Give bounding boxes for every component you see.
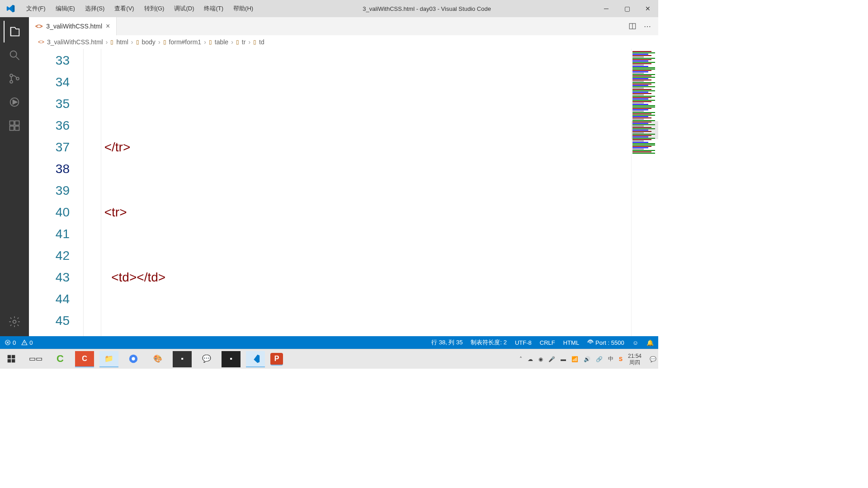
- svg-rect-15: [8, 359, 11, 362]
- html-file-icon: <>: [35, 23, 42, 30]
- breadcrumbs[interactable]: <>3_valiWithCSS.html › ▯html › ▯body › ▯…: [29, 35, 658, 49]
- svg-rect-5: [10, 121, 14, 125]
- svg-rect-6: [15, 121, 19, 125]
- tag-icon: ▯: [136, 39, 139, 45]
- svg-point-12: [590, 342, 591, 343]
- more-actions-icon[interactable]: ⋯: [642, 20, 653, 33]
- status-eol[interactable]: CRLF: [540, 339, 555, 346]
- tab-file[interactable]: <> 3_valiWithCSS.html ×: [29, 17, 117, 35]
- chevron-right-icon: ›: [131, 38, 133, 46]
- app-chrome-icon[interactable]: [124, 351, 143, 367]
- app-terminal-icon[interactable]: ▪: [173, 351, 192, 367]
- breadcrumb-html[interactable]: html: [116, 38, 128, 46]
- titlebar: 文件(F) 编辑(E) 选择(S) 查看(V) 转到(G) 调试(D) 终端(T…: [0, 0, 658, 17]
- tray-ime-icon[interactable]: 中: [608, 355, 613, 363]
- activity-bar: [0, 17, 29, 336]
- task-view-icon[interactable]: ▭▭: [26, 351, 45, 367]
- tabs-bar: <> 3_valiWithCSS.html × ⋯: [29, 17, 658, 35]
- breadcrumb-tr[interactable]: tr: [242, 38, 246, 46]
- minimap[interactable]: [631, 49, 658, 336]
- tag-icon: ▯: [110, 39, 113, 45]
- tray-link-icon[interactable]: 🔗: [596, 356, 603, 362]
- minimap-slider[interactable]: [632, 121, 658, 139]
- line-number-gutter[interactable]: 33 34 35 36 37 38 39 40 41 42 43 44 45: [29, 49, 83, 336]
- tray-mic-icon[interactable]: 🎤: [548, 356, 555, 362]
- menu-edit[interactable]: 编辑(E): [51, 3, 80, 14]
- app-cmd-icon[interactable]: ▪: [222, 351, 241, 367]
- menu-goto[interactable]: 转到(G): [140, 3, 169, 14]
- source-control-icon[interactable]: [4, 68, 25, 89]
- app-paint-icon[interactable]: 🎨: [148, 351, 167, 367]
- menu-selection[interactable]: 选择(S): [80, 3, 109, 14]
- svg-point-9: [13, 320, 16, 324]
- chevron-right-icon: ›: [106, 38, 108, 46]
- breadcrumb-td[interactable]: td: [259, 38, 264, 46]
- svg-rect-16: [12, 359, 15, 362]
- minimize-button[interactable]: ─: [596, 0, 617, 17]
- tray-notifications-icon[interactable]: 💬: [650, 356, 656, 362]
- tray-volume-icon[interactable]: 🔊: [584, 356, 590, 362]
- svg-rect-7: [10, 126, 14, 130]
- breadcrumb-form[interactable]: form#form1: [169, 38, 202, 46]
- status-liveserver[interactable]: Port : 5500: [587, 339, 624, 346]
- close-button[interactable]: ✕: [637, 0, 658, 17]
- window-title: 3_valiWithCSS.html - day03 - Visual Stud…: [258, 5, 596, 12]
- settings-icon[interactable]: [4, 311, 25, 333]
- tray-onedrive-icon[interactable]: ☁: [528, 356, 533, 362]
- status-warnings[interactable]: 0: [21, 339, 33, 346]
- menu-help[interactable]: 帮助(H): [229, 3, 258, 14]
- menu-debug[interactable]: 调试(D): [170, 3, 198, 14]
- svg-rect-14: [12, 355, 15, 358]
- svg-rect-13: [8, 355, 11, 358]
- svg-point-18: [132, 357, 135, 360]
- maximize-button[interactable]: ▢: [617, 0, 637, 17]
- tray-battery-icon[interactable]: ▬: [561, 356, 566, 362]
- breadcrumb-file[interactable]: 3_valiWithCSS.html: [47, 38, 103, 46]
- tag-icon: ▯: [236, 39, 239, 45]
- app-powerpoint-icon[interactable]: P: [270, 353, 283, 366]
- app-recorder-icon[interactable]: C: [75, 351, 94, 367]
- svg-rect-8: [15, 126, 19, 130]
- tray-wifi-icon[interactable]: 📶: [571, 356, 578, 362]
- status-bar: 0 0 行 38, 列 35 制表符长度: 2 UTF-8 CRLF HTML …: [0, 336, 658, 349]
- vscode-logo-icon: [0, 4, 22, 13]
- svg-point-2: [10, 80, 13, 83]
- menubar: 文件(F) 编辑(E) 选择(S) 查看(V) 转到(G) 调试(D) 终端(T…: [22, 3, 258, 14]
- tray-chevron-up-icon[interactable]: ˄: [519, 356, 522, 362]
- tag-icon: ▯: [209, 39, 212, 45]
- menu-terminal[interactable]: 终端(T): [199, 3, 228, 14]
- status-language[interactable]: HTML: [563, 339, 579, 346]
- tray-sogou-icon[interactable]: S: [619, 356, 623, 362]
- status-errors[interactable]: 0: [5, 339, 16, 346]
- app-camtasia-icon[interactable]: C: [51, 351, 70, 367]
- menu-view[interactable]: 查看(V): [110, 3, 138, 14]
- tag-icon: ▯: [253, 39, 256, 45]
- split-editor-icon[interactable]: [627, 20, 638, 32]
- status-encoding[interactable]: UTF-8: [515, 339, 532, 346]
- status-feedback-icon[interactable]: ☺: [632, 339, 638, 346]
- app-wechat-icon[interactable]: 💬: [197, 351, 216, 367]
- chevron-right-icon: ›: [248, 38, 250, 46]
- status-cursor[interactable]: 行 38, 列 35: [431, 338, 462, 347]
- chevron-right-icon: ›: [158, 38, 160, 46]
- search-icon[interactable]: [4, 44, 25, 66]
- close-tab-icon[interactable]: ×: [106, 22, 110, 30]
- extensions-icon[interactable]: [4, 115, 25, 136]
- code-editor[interactable]: </tr> <tr> <td></td> <td colspan="2"> <!…: [83, 49, 631, 336]
- svg-point-1: [10, 74, 13, 77]
- app-vscode-icon[interactable]: [246, 351, 265, 367]
- breadcrumb-body[interactable]: body: [142, 38, 156, 46]
- html-file-icon: <>: [38, 39, 44, 45]
- status-bell-icon[interactable]: 🔔: [646, 339, 654, 346]
- app-explorer-icon[interactable]: 📁: [99, 351, 118, 367]
- menu-file[interactable]: 文件(F): [22, 3, 50, 14]
- tray-app-icon[interactable]: ◉: [538, 356, 543, 362]
- tray-clock[interactable]: 21:54 周四: [628, 353, 644, 366]
- tab-filename: 3_valiWithCSS.html: [46, 23, 102, 30]
- start-button[interactable]: [2, 351, 21, 367]
- explorer-icon[interactable]: [4, 21, 25, 42]
- status-tabsize[interactable]: 制表符长度: 2: [471, 338, 506, 347]
- debug-icon[interactable]: [4, 91, 25, 113]
- svg-point-0: [10, 51, 17, 57]
- breadcrumb-table[interactable]: table: [215, 38, 228, 46]
